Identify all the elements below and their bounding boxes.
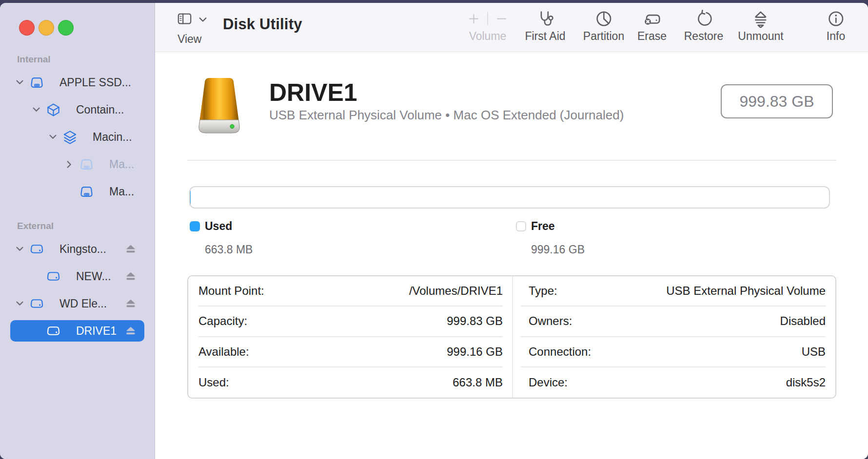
- disk-external-icon: [29, 242, 44, 257]
- details-card: Mount Point:/Volumes/DRIVE1Capacity:999.…: [187, 275, 836, 399]
- sidebar-item-drive1[interactable]: DRIVE1: [10, 320, 144, 342]
- detail-row-mount-point: Mount Point:/Volumes/DRIVE1: [198, 276, 503, 306]
- eject-button[interactable]: [124, 299, 137, 308]
- disk-external-icon: [46, 269, 61, 284]
- add-volume-icon: [467, 12, 480, 25]
- unmount-icon: [751, 10, 769, 28]
- detail-value: 999.83 GB: [447, 314, 503, 328]
- disclosure-down[interactable]: [30, 107, 42, 112]
- usage-bar: [189, 186, 830, 209]
- toolbar-label: Unmount: [738, 30, 783, 43]
- disk-external-icon-slot: [25, 296, 49, 311]
- detail-row-used: Used:663.8 MB: [198, 367, 503, 398]
- container-icon: [46, 102, 61, 117]
- eject-icon: [124, 299, 137, 308]
- eject-button[interactable]: [124, 326, 137, 336]
- chevron-down-icon: [49, 134, 57, 139]
- detail-label: Mount Point:: [198, 284, 264, 298]
- legend-label: Free: [531, 220, 555, 233]
- main-content: DRIVE1 USB External Physical Volume • Ma…: [155, 52, 868, 459]
- disk-internal-icon: [79, 157, 94, 172]
- disclosure-down[interactable]: [14, 301, 25, 306]
- free-swatch: [516, 221, 526, 231]
- disk-external-icon-slot: [25, 242, 49, 257]
- detail-value: disk5s2: [786, 376, 826, 389]
- disk-external-icon: [46, 324, 61, 339]
- chevron-down-icon: [16, 80, 23, 85]
- sidebar-item-label: APPLE SSD...: [59, 76, 131, 89]
- detail-value: USB External Physical Volume: [666, 284, 826, 298]
- section-divider: [187, 160, 836, 161]
- detail-value: /Volumes/DRIVE1: [409, 284, 503, 298]
- toolbar-label: Volume: [467, 30, 508, 43]
- sidebar-item-macin[interactable]: Macin...: [10, 126, 144, 148]
- chevron-down-icon: [199, 16, 207, 24]
- sidebar-item-kingsto[interactable]: Kingsto...: [10, 238, 144, 260]
- close-button[interactable]: [19, 20, 35, 36]
- disclosure-down[interactable]: [14, 247, 25, 251]
- erase-icon: [643, 10, 661, 28]
- sidebar-section-header-external: External: [0, 221, 155, 231]
- chevron-down-icon: [33, 107, 40, 112]
- toolbar-label: Info: [827, 30, 845, 43]
- sidebar-item-label: WD Ele...: [59, 297, 107, 310]
- toolbar-partition-button[interactable]: Partition: [583, 9, 624, 43]
- volume-stack-icon-slot: [59, 130, 82, 145]
- disk-internal-icon-slot: [75, 157, 99, 172]
- volume-stack-icon: [62, 130, 78, 145]
- external-drive-icon: [189, 76, 250, 137]
- view-button[interactable]: View: [177, 11, 207, 46]
- sidebar-panel-icon: [177, 11, 193, 29]
- toolbar-unmount-button[interactable]: Unmount: [738, 9, 783, 43]
- zoom-button[interactable]: [58, 20, 74, 36]
- sidebar-item-ma[interactable]: Ma...: [10, 153, 144, 175]
- sidebar-item-contain[interactable]: Contain...: [10, 99, 144, 120]
- toolbar: View Disk Utility VolumeFirst AidPartiti…: [155, 3, 868, 52]
- detail-label: Available:: [198, 345, 249, 359]
- sidebar: InternalAPPLE SSD...Contain...Macin...Ma…: [0, 3, 155, 459]
- disclosure-down[interactable]: [47, 134, 59, 139]
- toolbar-label: Erase: [637, 30, 667, 43]
- legend-value: 663.8 MB: [205, 243, 253, 256]
- detail-label: Owners:: [521, 314, 572, 328]
- toolbar-first-aid-button[interactable]: First Aid: [525, 9, 565, 43]
- sidebar-item-label: Ma...: [109, 158, 134, 171]
- detail-label: Capacity:: [198, 314, 247, 328]
- disk-internal-icon: [29, 75, 44, 90]
- eject-button[interactable]: [124, 272, 137, 281]
- window-controls: [19, 20, 74, 36]
- sidebar-item-new[interactable]: NEW...: [10, 266, 144, 287]
- sidebar-panel-icon: [177, 11, 193, 27]
- detail-row-device: Device:disk5s2: [521, 367, 826, 398]
- disclosure-down[interactable]: [14, 80, 25, 85]
- legend-used: Used663.8 MB: [190, 220, 253, 256]
- chevron-right-icon: [67, 161, 72, 168]
- first-aid-icon: [536, 10, 554, 28]
- sidebar-item-ma[interactable]: Ma...: [10, 181, 144, 202]
- sidebar-item-apple-ssd[interactable]: APPLE SSD...: [10, 72, 144, 93]
- sidebar-item-wd-ele[interactable]: WD Ele...: [10, 293, 144, 314]
- device-tree: InternalAPPLE SSD...Contain...Macin...Ma…: [0, 55, 155, 342]
- details-right-column: Type:USB External Physical VolumeOwners:…: [512, 276, 835, 398]
- detail-value: 663.8 MB: [453, 376, 503, 389]
- eject-button[interactable]: [124, 245, 137, 254]
- sidebar-item-label: Contain...: [76, 103, 124, 116]
- toolbar-restore-button[interactable]: Restore: [684, 9, 724, 43]
- toolbar-info-button[interactable]: Info: [827, 9, 845, 43]
- eject-icon: [124, 326, 137, 336]
- details-left-column: Mount Point:/Volumes/DRIVE1Capacity:999.…: [188, 276, 512, 398]
- toolbar-erase-button[interactable]: Erase: [637, 9, 667, 43]
- disk-internal-icon-slot: [75, 184, 99, 199]
- disclosure-right[interactable]: [63, 161, 75, 168]
- sidebar-item-label: NEW...: [76, 270, 111, 283]
- window-title: Disk Utility: [223, 16, 302, 33]
- minimize-button[interactable]: [39, 20, 54, 36]
- toolbar-label: Restore: [684, 30, 724, 43]
- chevron-down-icon: [16, 247, 23, 251]
- disk-internal-icon: [79, 184, 94, 199]
- partition-icon: [595, 10, 613, 28]
- usage-bar-used-fill: [190, 187, 191, 208]
- chevron-down-icon: [199, 17, 207, 22]
- detail-label: Device:: [521, 376, 568, 389]
- sidebar-item-label: Ma...: [109, 185, 134, 198]
